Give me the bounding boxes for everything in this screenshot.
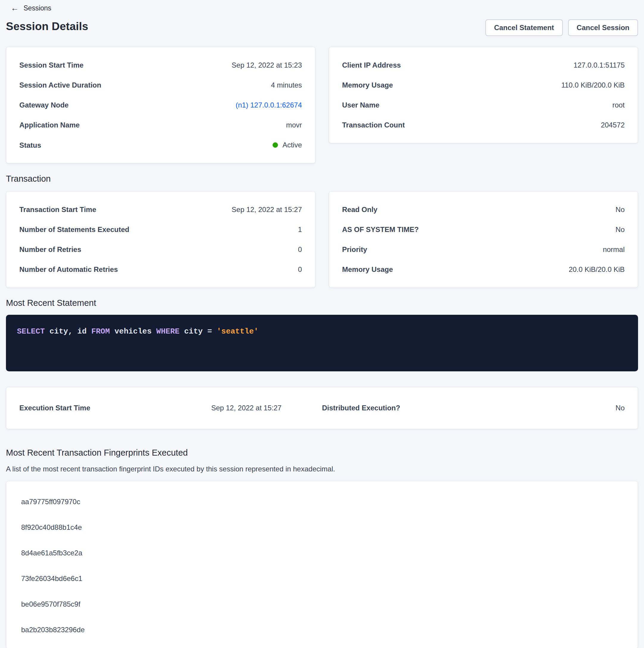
sql-statement-box: SELECT city, id FROM vehicles WHERE city… bbox=[6, 315, 638, 371]
session-start-time-row: Session Start Time Sep 12, 2022 at 15:23 bbox=[19, 61, 302, 69]
status-row: Status Active bbox=[19, 141, 302, 150]
statements-executed-row: Number of Statements Executed 1 bbox=[19, 225, 302, 234]
distributed-execution-value: No bbox=[616, 404, 625, 412]
sql-keyword: SELECT bbox=[17, 327, 49, 336]
application-name-row: Application Name movr bbox=[19, 121, 302, 129]
session-active-duration-row: Session Active Duration 4 minutes bbox=[19, 81, 302, 89]
page-title: Session Details bbox=[6, 19, 89, 34]
transaction-cards: Transaction Start Time Sep 12, 2022 at 1… bbox=[6, 191, 638, 288]
transaction-card-left: Transaction Start Time Sep 12, 2022 at 1… bbox=[6, 191, 315, 288]
most-recent-statement-heading: Most Recent Statement bbox=[6, 298, 638, 308]
row-value: Sep 12, 2022 at 15:23 bbox=[232, 61, 302, 69]
row-label: Memory Usage bbox=[342, 81, 402, 89]
row-value: 110.0 KiB/200.0 KiB bbox=[561, 81, 625, 89]
sql-keyword: WHERE bbox=[156, 327, 184, 336]
row-label: AS OF SYSTEM TIME? bbox=[342, 225, 428, 234]
gateway-node-link[interactable]: (n1) 127.0.0.1:62674 bbox=[236, 101, 302, 109]
session-summary-card-left: Session Start Time Sep 12, 2022 at 15:23… bbox=[6, 47, 315, 163]
row-label: Session Active Duration bbox=[19, 81, 110, 89]
fingerprint-item: be06e9570f785c9f bbox=[21, 600, 625, 608]
status-active-dot-icon bbox=[273, 142, 278, 148]
execution-start-time-value: Sep 12, 2022 at 15:27 bbox=[211, 404, 282, 412]
fingerprint-item: 8d4ae61a5fb3ce2a bbox=[21, 548, 625, 557]
fingerprint-item: aa79775ff097970c bbox=[21, 497, 625, 506]
row-label: User Name bbox=[342, 101, 388, 109]
automatic-retries-row: Number of Automatic Retries 0 bbox=[19, 265, 302, 274]
page-header: Session Details Cancel Statement Cancel … bbox=[6, 19, 638, 36]
sql-string-literal: 'seattle' bbox=[217, 327, 258, 336]
distributed-execution-label: Distributed Execution? bbox=[322, 404, 473, 412]
transaction-section-heading: Transaction bbox=[6, 174, 638, 184]
row-value: 0 bbox=[298, 265, 302, 274]
priority-row: Priority normal bbox=[342, 245, 625, 254]
cancel-statement-button[interactable]: Cancel Statement bbox=[485, 19, 563, 36]
row-value: Sep 12, 2022 at 15:27 bbox=[232, 205, 302, 214]
transaction-count-row: Transaction Count 204572 bbox=[342, 121, 625, 129]
cancel-session-button[interactable]: Cancel Session bbox=[568, 19, 638, 36]
sql-identifier: city, id bbox=[49, 327, 91, 336]
as-of-system-time-row: AS OF SYSTEM TIME? No bbox=[342, 225, 625, 234]
fingerprints-section-heading: Most Recent Transaction Fingerprints Exe… bbox=[6, 447, 638, 458]
row-value: No bbox=[616, 225, 625, 234]
back-to-sessions-link[interactable]: ← Sessions bbox=[11, 4, 51, 12]
fingerprints-description: A list of the most recent transaction fi… bbox=[6, 465, 638, 473]
row-label: Number of Retries bbox=[19, 245, 90, 254]
retries-row: Number of Retries 0 bbox=[19, 245, 302, 254]
gateway-node-row: Gateway Node (n1) 127.0.0.1:62674 bbox=[19, 101, 302, 109]
row-value: 4 minutes bbox=[271, 81, 302, 89]
back-arrow-icon: ← bbox=[11, 4, 19, 12]
row-label: Transaction Start Time bbox=[19, 205, 105, 214]
header-actions: Cancel Statement Cancel Session bbox=[485, 19, 638, 36]
session-summary-card-right: Client IP Address 127.0.0.1:51175 Memory… bbox=[329, 47, 638, 143]
memory-usage-row: Memory Usage 110.0 KiB/200.0 KiB bbox=[342, 81, 625, 89]
row-value: root bbox=[612, 101, 625, 109]
row-label: Status bbox=[19, 141, 50, 150]
fingerprint-item: ba2b203b823296de bbox=[21, 626, 625, 634]
fingerprints-list-card: aa79775ff097970c 8f920c40d88b1c4e 8d4ae6… bbox=[6, 481, 638, 648]
status-label: Active bbox=[282, 141, 302, 149]
row-value: 204572 bbox=[601, 121, 625, 129]
row-value: 127.0.0.1:51175 bbox=[574, 61, 625, 69]
sql-identifier: city = bbox=[184, 327, 217, 336]
row-value: movr bbox=[286, 121, 302, 129]
row-label: Number of Statements Executed bbox=[19, 225, 138, 234]
session-summary-cards: Session Start Time Sep 12, 2022 at 15:23… bbox=[6, 47, 638, 163]
user-name-row: User Name root bbox=[342, 101, 625, 109]
execution-start-time-label: Execution Start Time bbox=[19, 404, 171, 412]
row-label: Transaction Count bbox=[342, 121, 414, 129]
sql-keyword: FROM bbox=[92, 327, 115, 336]
row-value: No bbox=[616, 205, 625, 214]
row-label: Memory Usage bbox=[342, 265, 402, 274]
row-label: Read Only bbox=[342, 205, 387, 214]
row-label: Number of Automatic Retries bbox=[19, 265, 127, 274]
row-value: normal bbox=[603, 245, 625, 254]
row-label: Gateway Node bbox=[19, 101, 77, 109]
sql-identifier: vehicles bbox=[115, 327, 156, 336]
sql-statement-code: SELECT city, id FROM vehicles WHERE city… bbox=[17, 327, 626, 336]
row-label: Client IP Address bbox=[342, 61, 410, 69]
client-ip-row: Client IP Address 127.0.0.1:51175 bbox=[342, 61, 625, 69]
row-label: Application Name bbox=[19, 121, 89, 129]
back-link-label: Sessions bbox=[23, 4, 51, 12]
transaction-card-right: Read Only No AS OF SYSTEM TIME? No Prior… bbox=[329, 191, 638, 288]
execution-details-card: Execution Start Time Sep 12, 2022 at 15:… bbox=[6, 387, 638, 429]
session-details-page: ← Sessions Session Details Cancel Statem… bbox=[0, 0, 644, 648]
read-only-row: Read Only No bbox=[342, 205, 625, 214]
row-value: 1 bbox=[298, 225, 302, 234]
row-value: 0 bbox=[298, 245, 302, 254]
fingerprint-item: 73fe26034bd6e6c1 bbox=[21, 574, 625, 583]
row-label: Priority bbox=[342, 245, 376, 254]
status-badge: Active bbox=[273, 141, 302, 149]
row-label: Session Start Time bbox=[19, 61, 93, 69]
transaction-start-time-row: Transaction Start Time Sep 12, 2022 at 1… bbox=[19, 205, 302, 214]
row-value: 20.0 KiB/20.0 KiB bbox=[569, 265, 625, 274]
fingerprint-item: 8f920c40d88b1c4e bbox=[21, 523, 625, 532]
txn-memory-usage-row: Memory Usage 20.0 KiB/20.0 KiB bbox=[342, 265, 625, 274]
